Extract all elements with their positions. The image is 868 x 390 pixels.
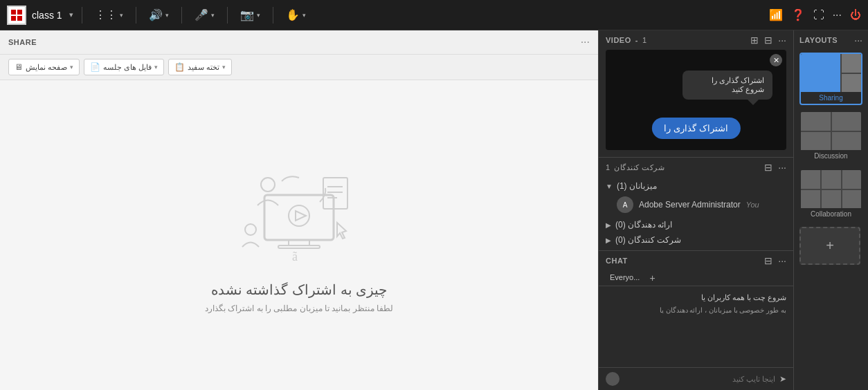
share-illustration: ã: [230, 157, 368, 268]
collab-thumb: [801, 170, 862, 208]
layouts-label: LAYOUTS: [799, 36, 838, 44]
svg-rect-1: [17, 10, 22, 15]
mic-chevron-icon[interactable]: ▾: [211, 12, 215, 19]
hand-chevron-icon[interactable]: ▾: [302, 12, 306, 19]
whiteboard-button[interactable]: 📋 تخته سفید ▾: [168, 59, 232, 75]
svg-point-13: [261, 178, 275, 192]
video-actions: ⊞ ⊟ ···: [750, 35, 786, 46]
share-empty-subtitle: لطفا منتظر بمانید تا میزبان مطلبی را به …: [205, 304, 393, 313]
video-settings-icon[interactable]: ⊟: [764, 35, 772, 46]
collab-cell-5: [822, 190, 841, 209]
participants-count: 1: [606, 163, 610, 171]
disc-cell-1: [801, 112, 831, 131]
layouts-panel: LAYOUTS ··· Sharing Discussion: [793, 30, 868, 390]
video-expand-icon[interactable]: ⊞: [750, 35, 759, 46]
chat-header: CHAT ⊟ ···: [599, 251, 793, 270]
chat-tab-everyone[interactable]: Everyo...: [606, 270, 644, 286]
hosts-group-header[interactable]: ▼ میزبانان (1): [606, 178, 786, 194]
title-chevron-icon[interactable]: ▾: [69, 10, 73, 19]
video-header: VIDEO - 1 ⊞ ⊟ ···: [599, 30, 793, 50]
chat-section: CHAT ⊟ ··· Everyo... + شروع چت با همه کا…: [599, 251, 793, 390]
video-cam-group: 📷 ▾: [236, 8, 264, 21]
speaker-icon[interactable]: 🔊: [149, 8, 163, 21]
topbar-right: 📶 ❓ ⛶ ··· ⏻: [769, 8, 861, 21]
share-more-button[interactable]: ···: [581, 36, 590, 48]
attendees-group[interactable]: ▶ شرکت کنندگان (0): [599, 232, 793, 248]
video-container: ✕ اشتراک گذاری را شروع کنید اشتراک گذاری…: [606, 50, 786, 150]
power-icon[interactable]: ⏻: [850, 9, 861, 21]
chat-send-icon[interactable]: ➤: [779, 374, 786, 384]
video-section: VIDEO - 1 ⊞ ⊟ ··· ✕ اشتراک گذاری را شروع…: [599, 30, 793, 158]
svg-point-15: [245, 224, 256, 235]
more-icon[interactable]: ···: [833, 9, 842, 21]
apps-chevron-icon[interactable]: ▾: [120, 12, 123, 19]
svg-rect-9: [323, 178, 347, 209]
collab-cell-4: [801, 190, 820, 209]
fullscreen-icon[interactable]: ⛶: [813, 9, 824, 21]
participants-actions: ⊟ ···: [764, 162, 786, 173]
separator4: [227, 7, 228, 24]
presenters-group[interactable]: ▶ ارائه دهندگان (0): [599, 217, 793, 232]
share-label: SHARE: [8, 38, 37, 46]
add-layout-button[interactable]: +: [799, 227, 860, 265]
separator3: [181, 7, 182, 24]
add-layout-icon: +: [826, 238, 834, 254]
svg-marker-8: [296, 211, 306, 221]
whiteboard-btn-label: تخته سفید: [188, 63, 219, 72]
grid-icon[interactable]: ⋮⋮: [95, 8, 117, 21]
chat-input[interactable]: [624, 375, 775, 383]
audio-group: 🔊 ▾: [145, 8, 173, 21]
files-btn-label: فایل های جلسه: [103, 63, 152, 72]
participants-more-icon[interactable]: ···: [778, 162, 786, 173]
discussion-layout-label: Discussion: [801, 150, 861, 162]
attendees-chevron-icon: ▶: [606, 236, 611, 244]
participants-header: 1 شرکت کنندگان ⊟ ···: [599, 158, 793, 177]
chat-label: CHAT: [606, 257, 628, 265]
audio-chevron-icon[interactable]: ▾: [165, 12, 169, 19]
separator5: [273, 7, 273, 24]
chat-more-icon[interactable]: ···: [778, 255, 786, 266]
video-close-button[interactable]: ✕: [770, 54, 782, 66]
mic-group: 🎤 ▾: [190, 8, 219, 21]
layouts-more-button[interactable]: ···: [854, 35, 862, 46]
layout-sharing[interactable]: Sharing: [799, 53, 862, 105]
chat-expand-icon[interactable]: ⊟: [764, 255, 772, 266]
sharing-sm-cell-2: [842, 74, 862, 93]
screen-share-button[interactable]: 🖥 صفحه نمایش ▾: [8, 59, 80, 75]
help-icon[interactable]: ❓: [791, 8, 805, 21]
participant-avatar: A: [617, 196, 633, 213]
disc-cell-2: [832, 112, 862, 131]
chat-message-1: شروع چت با همه کاربران یا: [606, 292, 786, 304]
chat-actions: ⊟ ···: [764, 255, 786, 266]
apps-group: ⋮⋮ ▾: [91, 8, 127, 21]
signal-icon: 📶: [769, 8, 783, 21]
participants-video-icon[interactable]: ⊟: [764, 162, 772, 173]
camera-off-icon[interactable]: 📷: [240, 8, 254, 21]
participant-item: A Adobe Server Administrator You: [606, 194, 786, 216]
layout-discussion[interactable]: Discussion: [799, 111, 862, 163]
mic-icon[interactable]: 🎤: [195, 8, 208, 21]
app-logo: [7, 6, 26, 25]
svg-rect-3: [17, 16, 22, 21]
share-header: SHARE ···: [0, 30, 598, 55]
chat-tabs: Everyo... +: [599, 270, 793, 286]
chat-user-avatar: [606, 372, 620, 386]
main-area: SHARE ··· 🖥 صفحه نمایش ▾ 📄 فایل های جلسه…: [0, 30, 868, 390]
files-share-button[interactable]: 📄 فایل های جلسه ▾: [84, 59, 164, 75]
share-empty-content: ã چیزی به اشتراک گذاشته نشده لطفا منتظر …: [0, 80, 598, 390]
cam-chevron-icon[interactable]: ▾: [257, 12, 260, 19]
chat-tab-add-button[interactable]: +: [647, 271, 658, 285]
disc-cell-3: [801, 132, 831, 151]
video-share-button[interactable]: اشتراک گذاری را: [651, 118, 740, 139]
participants-section: 1 شرکت کنندگان ⊟ ··· ▼ میزبانان (1) A Ad…: [599, 158, 793, 251]
video-more-icon[interactable]: ···: [778, 35, 786, 46]
whiteboard-icon: 📋: [174, 62, 185, 72]
hand-icon[interactable]: ✋: [286, 8, 300, 21]
presenters-label: ارائه دهندگان (0): [615, 220, 672, 230]
svg-rect-2: [11, 16, 16, 21]
collab-cell-6: [842, 190, 862, 209]
topbar: class 1 ▾ ⋮⋮ ▾ 🔊 ▾ 🎤 ▾ 📷 ▾ ✋ ▾ 📶 ❓ ⛶ ···…: [0, 0, 868, 30]
layout-collaboration[interactable]: Collaboration: [799, 169, 862, 221]
screen-btn-label: صفحه نمایش: [26, 63, 67, 72]
sharing-thumb: [801, 54, 862, 92]
